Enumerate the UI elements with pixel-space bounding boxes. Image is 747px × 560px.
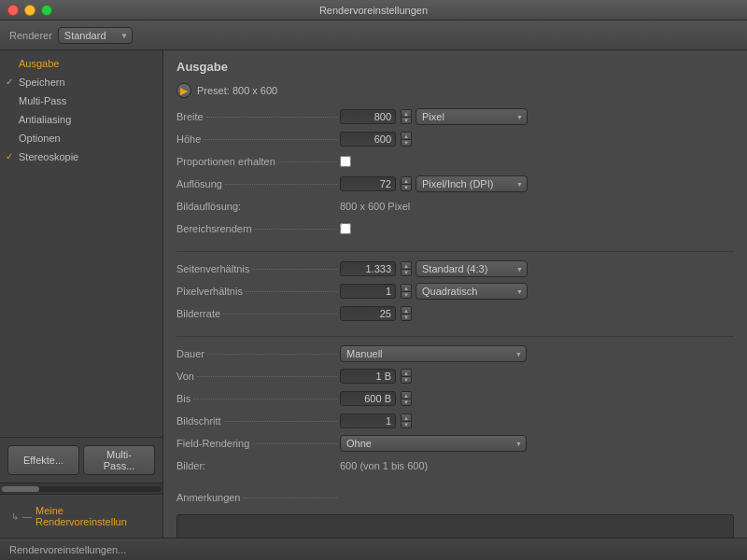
pixelverhaeltnis-down[interactable]: ▼ [401, 291, 412, 299]
scrollbar-thumb[interactable] [2, 486, 39, 492]
sidebar-item-speichern[interactable]: ✓ Speichern [0, 73, 162, 91]
scrollbar-track[interactable] [2, 486, 161, 492]
aufloesung-up[interactable]: ▲ [401, 176, 412, 184]
von-dots [197, 376, 337, 377]
fieldrendering-value: Ohne ▼ [340, 435, 734, 452]
von-up[interactable]: ▲ [401, 369, 412, 376]
seitenverhaeltnis-value: ▲ ▼ Standard (4:3) ▼ [340, 260, 734, 277]
breite-value: ▲ ▼ Pixel ▼ [340, 108, 734, 125]
breite-down[interactable]: ▼ [401, 117, 412, 124]
bis-up[interactable]: ▲ [401, 391, 412, 399]
bottom-label[interactable]: Rendervoreinstellungen... [9, 544, 126, 555]
bis-row: Bis ▲ ▼ [176, 389, 734, 408]
hoehe-up[interactable]: ▲ [401, 132, 412, 139]
von-down[interactable]: ▼ [401, 376, 412, 384]
sidebar-item-stereoskopie[interactable]: ✓ Stereoskopie [0, 147, 162, 166]
fieldrendering-select[interactable]: Ohne [340, 435, 527, 452]
hoehe-row: Höhe ▲ ▼ [176, 130, 734, 148]
breite-up[interactable]: ▲ [401, 109, 412, 117]
bildrate-stepper: ▲ ▼ [401, 306, 412, 321]
seitenverhaeltnis-dots [252, 269, 337, 270]
bis-input[interactable] [340, 391, 396, 406]
dauer-label-container: Dauer [176, 348, 340, 359]
hoehe-stepper: ▲ ▼ [401, 132, 412, 147]
bilder-row: Bilder: 600 (von 1 bis 600) [176, 456, 734, 475]
form-section-size: Breite ▲ ▼ Pixel ▼ [176, 107, 734, 238]
bildschritt-down[interactable]: ▼ [401, 421, 412, 428]
dauer-value: Manuell ▼ [340, 345, 734, 362]
bildrate-down[interactable]: ▼ [401, 314, 412, 321]
breite-label-container: Breite [176, 111, 340, 122]
seitenverhaeltnis-row: Seitenverhältnis ▲ ▼ Standard (4:3) [176, 259, 734, 278]
sidebar-item-optionen[interactable]: Optionen [0, 129, 162, 147]
preset-item[interactable]: ↳ — Meine Rendervoreinstellun [7, 502, 155, 530]
seitenverhaeltnis-label-container: Seitenverhältnis [176, 263, 340, 274]
preset-expand-button[interactable]: ▶ [176, 83, 191, 98]
pixelverhaeltnis-input[interactable] [340, 284, 396, 299]
bildrate-dots [223, 314, 337, 315]
bildaufloesung-value: 747 x 560 Pixel [340, 201, 410, 212]
bildschritt-row: Bildschritt ▲ ▼ [176, 412, 734, 430]
von-stepper: ▲ ▼ [401, 369, 412, 384]
dauer-dots [207, 354, 337, 355]
divider1 [176, 251, 734, 252]
breite-input[interactable] [340, 109, 396, 124]
bis-dots [193, 399, 337, 399]
bereichsrendern-checkbox[interactable] [340, 223, 351, 234]
aufloesung-label: Auflösung [176, 178, 222, 189]
content-area: Ausgabe ✓ Speichern Multi-Pass Antialias… [0, 50, 747, 538]
aufloesung-row: Auflösung ▲ ▼ Pixel/Inch (DPI) [176, 175, 734, 193]
renderer-select[interactable]: Standard [58, 27, 133, 44]
seitenverhaeltnis-input[interactable] [340, 261, 396, 276]
proportionen-row: Proportionen erhalten [176, 152, 734, 171]
bildschritt-input[interactable] [340, 413, 396, 428]
bildschritt-up[interactable]: ▲ [401, 413, 412, 421]
bildrate-up[interactable]: ▲ [401, 306, 412, 314]
bildaufloesung-label: Bildauflösung: [176, 201, 241, 212]
sidebar-item-multipass[interactable]: Multi-Pass [0, 91, 162, 110]
seitenverhaeltnis-unit-select[interactable]: Standard (4:3) [416, 260, 528, 277]
proportionen-checkbox[interactable] [340, 156, 351, 167]
von-input[interactable] [340, 369, 396, 384]
anmerkungen-label-container: Anmerkungen [176, 492, 340, 503]
aufloesung-unit-select[interactable]: Pixel/Inch (DPI) [416, 175, 528, 192]
bilder-value-container: 600 (von 1 bis 600) [340, 460, 734, 471]
bildrate-input[interactable] [340, 306, 396, 321]
seitenverhaeltnis-unit-wrapper: Standard (4:3) ▼ [416, 260, 528, 277]
hoehe-input[interactable] [340, 132, 396, 147]
seitenverhaeltnis-up[interactable]: ▲ [401, 261, 412, 269]
bilder-label: Bilder: [176, 460, 205, 471]
hoehe-down[interactable]: ▼ [401, 139, 412, 147]
pixelverhaeltnis-label: Pixelverhältnis [176, 286, 243, 297]
effekte-button[interactable]: Effekte... [7, 445, 79, 475]
bis-down[interactable]: ▼ [401, 399, 412, 406]
bildrate-value: ▲ ▼ [340, 306, 734, 321]
bis-label-container: Bis [176, 393, 340, 404]
breite-unit-select[interactable]: Pixel [416, 108, 528, 125]
pixelverhaeltnis-row: Pixelverhältnis ▲ ▼ Quadratisch [176, 282, 734, 301]
sidebar: Ausgabe ✓ Speichern Multi-Pass Antialias… [0, 50, 163, 538]
bereichsrendern-label: Bereichsrendern [176, 223, 252, 234]
sidebar-item-antialiasing[interactable]: Antialiasing [0, 110, 162, 129]
aufloesung-down[interactable]: ▼ [401, 184, 412, 191]
hoehe-value: ▲ ▼ [340, 132, 734, 147]
bildrate-label-container: Bilderrate [176, 308, 340, 319]
main-container: Renderer Standard ▼ Ausgabe ✓ Speichern … [0, 21, 747, 560]
dauer-select[interactable]: Manuell [340, 345, 527, 362]
anmerkungen-textarea[interactable] [176, 514, 734, 538]
minimize-button[interactable] [24, 5, 35, 16]
seitenverhaeltnis-down[interactable]: ▼ [401, 269, 412, 276]
multipass-button[interactable]: Multi-Pass... [83, 445, 155, 475]
sidebar-item-ausgabe[interactable]: Ausgabe [0, 54, 162, 73]
close-button[interactable] [7, 5, 19, 16]
preset-dash: — [22, 511, 32, 522]
hoehe-label: Höhe [176, 133, 201, 145]
maximize-button[interactable] [41, 5, 52, 16]
bereichsrendern-row: Bereichsrendern [176, 219, 734, 238]
speichern-label: Speichern [19, 77, 65, 88]
sidebar-bottom: ↳ — Meine Rendervoreinstellun [0, 494, 162, 538]
pixelverhaeltnis-up[interactable]: ▲ [401, 284, 412, 291]
aufloesung-input[interactable] [340, 176, 396, 191]
pixelverhaeltnis-unit-select[interactable]: Quadratisch [416, 283, 528, 300]
bildrate-row: Bilderrate ▲ ▼ [176, 304, 734, 323]
